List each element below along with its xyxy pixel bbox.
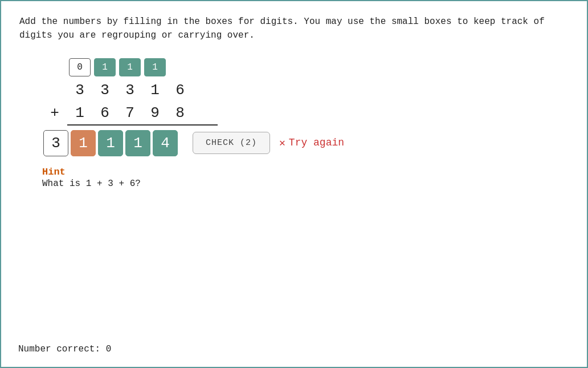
addend2-row: + 1 6 7 9 8: [42, 102, 569, 124]
check-button[interactable]: CHECK (2): [193, 132, 270, 154]
carry-box-2[interactable]: 1: [119, 58, 141, 76]
answer-and-check-area: 3 1 1 1 4 CHECK (2) ✕ Try again: [42, 129, 569, 156]
addend1-d2: 3: [92, 82, 117, 99]
try-again-text: Try again: [289, 137, 344, 148]
answer-box-2[interactable]: 1: [98, 130, 123, 156]
footer-text: Number correct: 0: [18, 344, 111, 354]
hint-area: Hint What is 1 + 3 + 6?: [42, 167, 569, 189]
addend2-d5: 8: [168, 104, 193, 122]
addend2-d3: 7: [117, 104, 142, 122]
x-icon: ✕: [279, 136, 285, 149]
answer-box-3[interactable]: 1: [125, 130, 150, 156]
addend2-d1: 1: [67, 104, 92, 122]
divider-line: [67, 124, 218, 126]
problem-area: 0 1 1 1 3 3 3 1 6 + 1 6 7 9 8 3 1 1 1 4 …: [42, 58, 569, 189]
carry-box-1[interactable]: 1: [94, 58, 116, 76]
answer-row: 3 1 1 1 4: [42, 130, 179, 156]
addend1-d1: 3: [67, 82, 92, 99]
addend1-d5: 6: [168, 82, 193, 99]
addend1-row: 3 3 3 1 6: [42, 79, 569, 102]
addend2-d4: 9: [142, 104, 168, 122]
try-again-message: ✕ Try again: [279, 136, 344, 149]
plus-sign: +: [42, 104, 67, 122]
instruction-text: Add the numbers by filling in the boxes …: [19, 15, 566, 42]
addend2-d2: 6: [92, 104, 117, 122]
carry-box-3[interactable]: 1: [144, 58, 166, 76]
addend1-d3: 3: [117, 82, 142, 99]
carry-row: 0 1 1 1: [42, 58, 569, 76]
hint-text: What is 1 + 3 + 6?: [42, 179, 569, 189]
answer-box-4[interactable]: 4: [153, 130, 178, 156]
answer-box-0: 3: [43, 130, 68, 156]
addend1-d4: 1: [142, 82, 168, 99]
check-area: CHECK (2) ✕ Try again: [193, 132, 344, 154]
carry-box-0[interactable]: 0: [69, 58, 91, 76]
hint-label: Hint: [42, 167, 569, 177]
answer-box-1[interactable]: 1: [71, 130, 96, 156]
